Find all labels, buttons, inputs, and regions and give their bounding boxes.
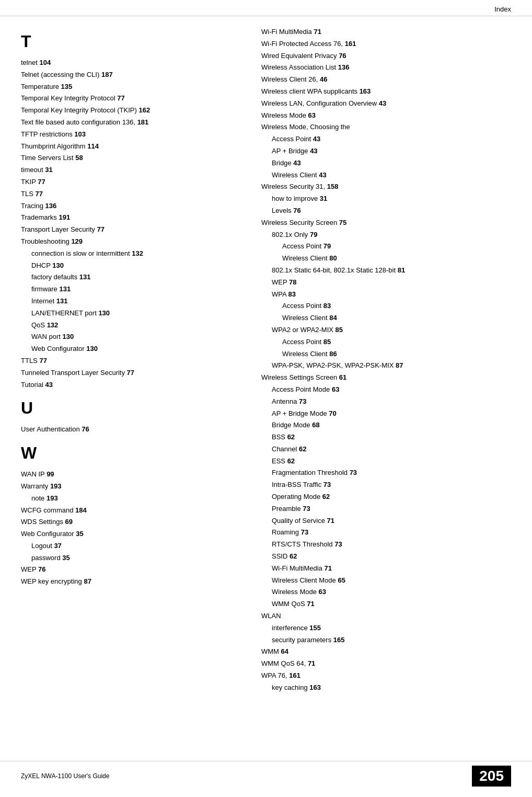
- list-item: Wireless Association List 136: [261, 62, 511, 73]
- list-item: Preamble 73: [261, 504, 511, 515]
- list-item: WMM 64: [261, 646, 511, 657]
- list-item: 802.1x Only 79: [261, 230, 511, 241]
- left-column: T telnet 104 Telnet (accessing the CLI) …: [21, 27, 251, 694]
- list-item: WEP key encrypting 87: [21, 576, 251, 587]
- list-item: Wi-Fi MultiMedia 71: [261, 27, 511, 38]
- list-item: Bridge Mode 68: [261, 420, 511, 431]
- list-item: WPA-PSK, WPA2-PSK, WPA2-PSK-MIX 87: [261, 360, 511, 371]
- list-item: Wireless Client 43: [261, 170, 511, 181]
- list-item: Trademarks 191: [21, 212, 251, 223]
- list-item: Wireless Client 84: [261, 313, 511, 324]
- list-item: note 193: [21, 493, 251, 504]
- list-item: connection is slow or intermittent 132: [21, 248, 251, 259]
- list-item: Wireless Settings Screen 61: [261, 372, 511, 383]
- list-item: WCFG command 184: [21, 505, 251, 516]
- list-item: ESS 62: [261, 456, 511, 467]
- list-item: password 35: [21, 553, 251, 564]
- list-item: BSS 62: [261, 432, 511, 443]
- list-item: DHCP 130: [21, 260, 251, 271]
- list-item: WAN IP 99: [21, 469, 251, 480]
- list-item: Troubleshooting 129: [21, 236, 251, 247]
- list-item: timeout 31: [21, 165, 251, 176]
- list-item: Temporal Key Integrity Protocol 77: [21, 93, 251, 104]
- list-item: Warranty 193: [21, 481, 251, 492]
- list-item: Wi-Fi Protected Access 76, 161: [261, 39, 511, 50]
- list-item: Transport Layer Security 77: [21, 224, 251, 235]
- list-item: WDS Settings 69: [21, 517, 251, 528]
- page-header: Index: [0, 0, 532, 16]
- list-item: Intra-BSS Traffic 73: [261, 480, 511, 491]
- page-number: 205: [472, 766, 511, 787]
- list-item: 802.1x Static 64-bit, 802.1x Static 128-…: [261, 265, 511, 276]
- list-item: firmware 131: [21, 284, 251, 295]
- list-item: WEP 78: [261, 277, 511, 288]
- list-item: Telnet (accessing the CLI) 187: [21, 70, 251, 81]
- list-item: Antenna 73: [261, 396, 511, 407]
- list-item: interference 155: [261, 623, 511, 634]
- list-item: Wireless Mode 63: [261, 587, 511, 598]
- list-item: Temperature 135: [21, 82, 251, 93]
- footer-brand: ZyXEL NWA-1100 User's Guide: [21, 772, 109, 780]
- list-item: Quality of Service 71: [261, 516, 511, 527]
- header-title: Index: [494, 5, 511, 13]
- list-item: Access Point 79: [261, 241, 511, 252]
- list-item: WPA 83: [261, 289, 511, 300]
- list-item: Time Servers List 58: [21, 153, 251, 164]
- list-item: Access Point Mode 63: [261, 384, 511, 395]
- list-item: TFTP restrictions 103: [21, 129, 251, 140]
- list-item: TKIP 77: [21, 177, 251, 188]
- list-item: TTLS 77: [21, 356, 251, 367]
- list-item: Access Point 85: [261, 337, 511, 348]
- list-item: telnet 104: [21, 58, 251, 69]
- list-item: factory defaults 131: [21, 272, 251, 283]
- list-item: Roaming 73: [261, 527, 511, 538]
- list-item: WPA 76, 161: [261, 670, 511, 681]
- list-item: TLS 77: [21, 189, 251, 200]
- list-item: Web Configurator 35: [21, 529, 251, 540]
- list-item: Logout 37: [21, 541, 251, 552]
- list-item: Wireless client WPA supplicants 163: [261, 86, 511, 97]
- list-item: WPA2 or WPA2-MIX 85: [261, 325, 511, 336]
- list-item: Wireless Security Screen 75: [261, 218, 511, 229]
- list-item: Wireless Client Mode 65: [261, 575, 511, 586]
- list-item: Wireless Client 80: [261, 253, 511, 264]
- list-item: Wi-Fi MultiMedia 71: [261, 563, 511, 574]
- list-item: WMM QoS 64, 71: [261, 658, 511, 669]
- section-letter: T: [21, 32, 251, 51]
- list-item: Bridge 43: [261, 158, 511, 169]
- list-item: Text file based auto configuration 136, …: [21, 117, 251, 128]
- list-item: Tutorial 43: [21, 380, 251, 391]
- list-item: Tracing 136: [21, 201, 251, 212]
- list-item: key caching 163: [261, 682, 511, 693]
- list-item: how to improve 31: [261, 193, 511, 204]
- list-item: Wireless Client 86: [261, 349, 511, 360]
- list-item: WMM QoS 71: [261, 599, 511, 610]
- list-item: WEP 76: [21, 564, 251, 575]
- list-item: Internet 131: [21, 296, 251, 307]
- list-item: WAN port 130: [21, 332, 251, 343]
- list-item: WLAN: [261, 611, 511, 622]
- list-item: Temporal Key Integrity Protocol (TKIP) 1…: [21, 105, 251, 116]
- section-letter: W: [21, 443, 251, 463]
- list-item: Wireless Mode, Choosing the: [261, 122, 511, 133]
- list-item: SSID 62: [261, 551, 511, 562]
- list-item: Wired Equivalent Privacy 76: [261, 51, 511, 62]
- list-item: LAN/ETHERNET port 130: [21, 308, 251, 319]
- list-item: QoS 132: [21, 320, 251, 331]
- list-item: Channel 62: [261, 444, 511, 455]
- list-item: Wireless Client 26, 46: [261, 74, 511, 85]
- list-item: Access Point 43: [261, 134, 511, 145]
- list-item: AP + Bridge 43: [261, 146, 511, 157]
- list-item: Levels 76: [261, 206, 511, 217]
- list-item: Access Point 83: [261, 301, 511, 312]
- list-item: Fragmentation Threshold 73: [261, 468, 511, 479]
- list-item: security parameters 165: [261, 635, 511, 646]
- list-item: RTS/CTS Threshold 73: [261, 539, 511, 550]
- list-item: Wireless Mode 63: [261, 110, 511, 121]
- list-item: Web Configurator 130: [21, 344, 251, 355]
- section-letter: U: [21, 398, 251, 418]
- list-item: Thumbprint Algorithm 114: [21, 141, 251, 152]
- list-item: Wireless Security 31, 158: [261, 181, 511, 192]
- list-item: Wireless LAN, Configuration Overview 43: [261, 98, 511, 109]
- list-item: AP + Bridge Mode 70: [261, 408, 511, 419]
